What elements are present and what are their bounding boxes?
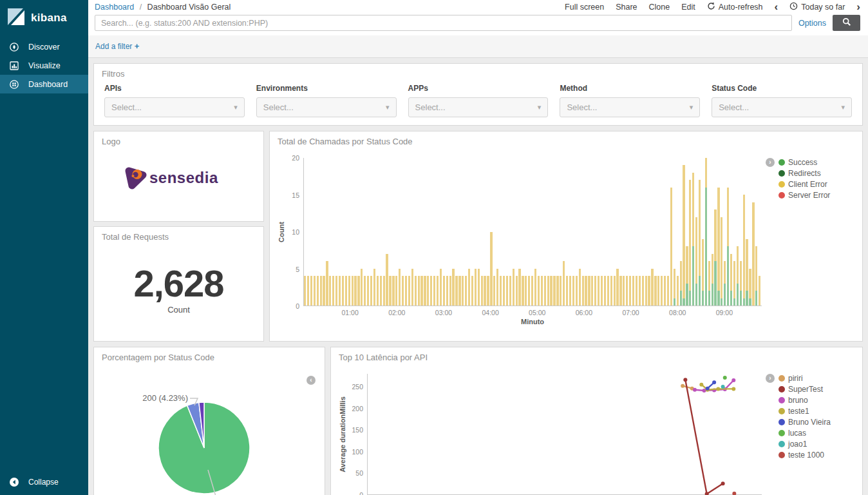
bar-client-error[interactable]	[471, 276, 473, 306]
bar-client-error[interactable]	[392, 276, 394, 306]
legend-item[interactable]: lucas	[778, 429, 831, 438]
bar-client-error[interactable]	[651, 269, 653, 306]
legend-item[interactable]: SuperTest	[778, 385, 831, 394]
line-point-lucas[interactable]	[723, 376, 727, 380]
legend-item[interactable]: Client Error	[778, 180, 830, 189]
bar-success[interactable]	[743, 298, 745, 306]
bar-client-error[interactable]	[304, 276, 306, 306]
bar-client-error[interactable]	[518, 269, 520, 306]
full-screen-button[interactable]: Full screen	[565, 3, 604, 12]
bar-client-error[interactable]	[566, 276, 568, 306]
bar-client-error[interactable]	[513, 269, 514, 306]
bar-success[interactable]	[680, 291, 682, 306]
bar-client-error[interactable]	[569, 276, 571, 306]
kibana-brand[interactable]: kibana	[0, 0, 88, 37]
line-point-teste1[interactable]	[731, 387, 735, 391]
line-point-bruno-vieira[interactable]	[712, 380, 716, 384]
method-select[interactable]: Select... ▾	[560, 97, 700, 117]
bar-success[interactable]	[717, 291, 719, 306]
bar-client-error[interactable]	[367, 276, 369, 306]
bar-success[interactable]	[724, 284, 726, 306]
bar-client-error[interactable]	[361, 269, 363, 306]
bar-client-error[interactable]	[623, 276, 625, 306]
line-point-supertest[interactable]	[683, 378, 687, 382]
bar-client-error[interactable]	[496, 269, 498, 306]
bar-client-error[interactable]	[317, 276, 319, 306]
bar-client-error[interactable]	[452, 269, 454, 306]
bar-client-error[interactable]	[357, 276, 359, 306]
bar-success[interactable]	[737, 284, 739, 306]
bar-success[interactable]	[714, 261, 716, 306]
bar-success[interactable]	[733, 298, 735, 306]
bar-client-error[interactable]	[563, 261, 565, 306]
bar-client-error[interactable]	[677, 276, 679, 306]
sidebar-item-discover[interactable]: Discover	[0, 37, 88, 56]
bar-client-error[interactable]	[632, 276, 634, 306]
bar-client-error[interactable]	[582, 276, 584, 306]
pie-legend-toggle-icon[interactable]: ‹	[307, 376, 316, 385]
bar-client-error[interactable]	[683, 165, 684, 306]
bar-client-error[interactable]	[550, 276, 552, 306]
bar-client-error[interactable]	[629, 276, 631, 306]
bar-client-error[interactable]	[465, 276, 467, 306]
bar-success[interactable]	[702, 291, 704, 306]
bar-client-error[interactable]	[443, 276, 445, 306]
bar-client-error[interactable]	[648, 276, 650, 306]
latency-plot[interactable]	[367, 374, 762, 495]
bar-client-error[interactable]	[493, 276, 495, 306]
bar-client-error[interactable]	[484, 276, 486, 306]
legend-item[interactable]: Success	[778, 158, 830, 167]
bar-client-error[interactable]	[553, 276, 555, 306]
bar-client-error[interactable]	[522, 276, 524, 306]
time-range-button[interactable]: Today so far	[789, 2, 845, 12]
bar-client-error[interactable]	[594, 276, 596, 306]
bar-client-error[interactable]	[607, 276, 609, 306]
bar-client-error[interactable]	[534, 269, 536, 306]
bar-success[interactable]	[708, 291, 710, 306]
bar-success[interactable]	[727, 246, 729, 306]
search-button[interactable]	[833, 15, 860, 31]
clone-button[interactable]: Clone	[649, 3, 670, 12]
bar-client-error[interactable]	[468, 269, 470, 306]
bar-client-error[interactable]	[601, 276, 603, 306]
bar-client-error[interactable]	[462, 276, 464, 306]
legend-item[interactable]: Bruno Vieira	[778, 418, 831, 427]
bar-client-error[interactable]	[598, 276, 599, 306]
line-point-supertest[interactable]	[721, 481, 725, 485]
edit-button[interactable]: Edit	[681, 3, 695, 12]
bar-client-error[interactable]	[541, 276, 543, 306]
bar-client-error[interactable]	[528, 276, 530, 306]
legend-item[interactable]: Redirects	[778, 169, 830, 178]
bar-success[interactable]	[689, 291, 691, 306]
bar-client-error[interactable]	[588, 276, 590, 306]
bar-client-error[interactable]	[531, 276, 533, 306]
legend-item[interactable]: piriri	[778, 374, 831, 383]
bar-client-error[interactable]	[437, 276, 439, 306]
bar-client-error[interactable]	[743, 195, 745, 306]
bar-client-error[interactable]	[664, 276, 666, 306]
bar-client-error[interactable]	[352, 276, 354, 306]
bar-client-error[interactable]	[458, 276, 460, 306]
line-point-piriri[interactable]	[681, 384, 684, 388]
bar-success[interactable]	[712, 284, 713, 306]
bar-client-error[interactable]	[411, 269, 413, 306]
bar-client-error[interactable]	[667, 276, 669, 306]
bar-client-error[interactable]	[332, 276, 334, 306]
bar-success[interactable]	[699, 276, 701, 306]
bar-client-error[interactable]	[481, 276, 483, 306]
line-point-teste1[interactable]	[699, 383, 703, 387]
bar-client-error[interactable]	[619, 276, 621, 306]
apis-select[interactable]: Select... ▾	[104, 97, 245, 117]
bar-client-error[interactable]	[475, 269, 476, 306]
bar-success[interactable]	[740, 291, 742, 306]
bar-client-error[interactable]	[500, 276, 502, 306]
auto-refresh-button[interactable]: Auto-refresh	[707, 2, 763, 12]
bar-client-error[interactable]	[383, 276, 385, 306]
legend-item[interactable]: teste 1000	[778, 451, 831, 460]
bar-client-error[interactable]	[572, 276, 574, 306]
legend-toggle-icon[interactable]: ›	[766, 158, 775, 167]
bar-client-error[interactable]	[721, 217, 722, 306]
bar-client-error[interactable]	[661, 276, 663, 306]
bar-success[interactable]	[755, 291, 757, 306]
bar-client-error[interactable]	[616, 269, 618, 306]
